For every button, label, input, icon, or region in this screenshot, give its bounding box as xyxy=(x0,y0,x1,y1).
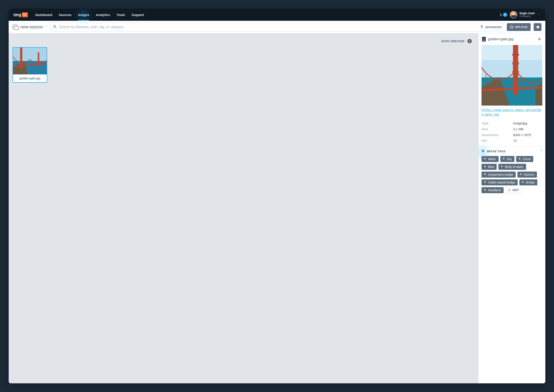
details-hero-image xyxy=(482,45,542,105)
nav-item-dashboard[interactable]: Dashboard xyxy=(35,9,52,21)
search-icon xyxy=(53,25,56,29)
topbar-right: 1 Imgix User Company ﹀ xyxy=(500,11,540,18)
tag[interactable]: Body of water xyxy=(498,164,526,170)
content: DATE CREATED gold xyxy=(9,33,545,383)
svg-point-0 xyxy=(54,25,56,27)
meta-key: DPI xyxy=(482,139,513,143)
grid-sort[interactable]: DATE CREATED xyxy=(13,37,473,47)
settings-button[interactable] xyxy=(534,23,541,31)
tag-label: Cable-stayed bridge xyxy=(488,181,515,184)
search-wrap: ADVANCED xyxy=(51,23,504,31)
tag-label: Cloud xyxy=(523,157,531,161)
tag-icon xyxy=(519,173,522,176)
nav-item-label: Images xyxy=(78,13,89,17)
tag-icon xyxy=(484,157,486,161)
tag-label: Blue xyxy=(488,165,494,168)
bolt-icon xyxy=(503,13,507,17)
tag[interactable]: Cable-stayed bridge xyxy=(482,179,518,185)
brand-logo-box: IX xyxy=(22,12,28,17)
tag-icon xyxy=(484,165,486,168)
tag-icon xyxy=(501,165,503,168)
search-input[interactable] xyxy=(51,23,504,31)
grid-area: DATE CREATED gold xyxy=(9,33,478,383)
tag[interactable]: Bridge xyxy=(519,179,537,185)
tag-icon xyxy=(484,173,486,176)
nav-item-support[interactable]: Support xyxy=(132,9,144,21)
svg-rect-13 xyxy=(513,45,518,95)
chevron-up-icon: ˄ xyxy=(541,150,542,153)
file-icon xyxy=(482,37,486,42)
image-tags-title: IMAGE TAGS xyxy=(487,150,505,153)
user-name: Imgix User xyxy=(519,12,535,15)
topbar: imgIX Dashboard Sources Images Analytics… xyxy=(9,9,545,21)
filter-icon xyxy=(480,26,483,28)
details-header: golden-gate.jpg ✕ xyxy=(478,33,545,45)
tag-label: Horizon xyxy=(524,173,534,176)
meta-row: Dimensions 6000 × 3375 xyxy=(482,132,542,138)
close-button[interactable]: ✕ xyxy=(537,36,542,42)
image-filename: golden-gate.jpg xyxy=(13,74,47,82)
tag[interactable]: Water xyxy=(482,156,499,162)
meta-row: Type image/jpg xyxy=(482,120,542,126)
meta-value: 6000 × 3375 xyxy=(513,133,542,137)
toolbar: new-source ﹀ ADVANCED UPLOAD xyxy=(9,21,545,33)
image-tags-section: IMAGE TAGS ˄ WaterSkyCloudBlueBody of wa… xyxy=(478,147,545,196)
image-card[interactable]: golden-gate.jpg xyxy=(13,47,47,83)
tag[interactable]: Headland xyxy=(482,187,504,193)
nav-item-images[interactable]: Images xyxy=(78,9,89,21)
tag-label: Water xyxy=(488,157,496,161)
tag-icon xyxy=(484,181,486,184)
advanced-search-button[interactable]: ADVANCED xyxy=(480,25,502,28)
edit-tags-button[interactable]: EDIT xyxy=(505,187,522,193)
edit-label: EDIT xyxy=(512,189,519,192)
meta-key: Size xyxy=(482,127,513,131)
main-nav: Dashboard Sources Images Analytics Tools… xyxy=(35,9,144,21)
source-name: new-source xyxy=(20,24,43,29)
user-menu[interactable]: Imgix User Company ﹀ xyxy=(510,11,540,18)
avatar xyxy=(510,11,517,18)
meta-value: image/jpg xyxy=(513,121,542,125)
tag[interactable]: Blue xyxy=(482,164,497,170)
user-company: Company xyxy=(519,15,535,18)
meta-value: 3.1 MB xyxy=(513,127,542,131)
chevron-down-icon: ﹀ xyxy=(45,25,48,29)
tag-icon xyxy=(503,157,505,161)
meta-row: DPI 72 xyxy=(482,138,542,144)
upload-icon xyxy=(510,25,513,29)
sort-direction-icon xyxy=(467,39,472,43)
meta-table: Type image/jpg Size 3.1 MB Dimensions 60… xyxy=(478,119,545,147)
nav-item-sources[interactable]: Sources xyxy=(59,9,71,21)
image-tags-header[interactable]: IMAGE TAGS ˄ xyxy=(482,149,542,153)
tag[interactable]: Sky xyxy=(500,156,514,162)
app-window: imgIX Dashboard Sources Images Analytics… xyxy=(9,9,545,383)
tag-label: Suspension bridge xyxy=(488,173,513,176)
upload-button[interactable]: UPLOAD xyxy=(507,23,531,31)
tag-icon xyxy=(482,149,485,153)
tag-label: Sky xyxy=(507,157,512,161)
notification-count: 1 xyxy=(500,13,502,16)
user-meta: Imgix User Company xyxy=(519,12,535,18)
chevron-down-icon: ﹀ xyxy=(538,13,540,17)
notifications[interactable]: 1 xyxy=(500,13,507,17)
source-selector[interactable]: new-source ﹀ xyxy=(13,24,48,29)
gear-icon xyxy=(536,25,540,29)
tag[interactable]: Horizon xyxy=(517,172,537,178)
meta-value: 72 xyxy=(513,139,542,143)
tag-label: Bridge xyxy=(526,181,534,184)
upload-label: UPLOAD xyxy=(515,25,528,28)
tags-wrap: WaterSkyCloudBlueBody of waterSuspension… xyxy=(482,156,542,193)
svg-rect-14 xyxy=(512,54,519,56)
details-filename: golden-gate.jpg xyxy=(488,37,535,41)
tag-icon xyxy=(522,181,524,184)
nav-item-tools[interactable]: Tools xyxy=(117,9,125,21)
svg-line-1 xyxy=(56,27,56,28)
meta-row: Size 3.1 MB xyxy=(482,126,542,132)
gallery-icon xyxy=(13,25,18,29)
tag[interactable]: Cloud xyxy=(516,156,533,162)
tag-label: Body of water xyxy=(505,165,524,168)
nav-item-analytics[interactable]: Analytics xyxy=(96,9,110,21)
image-url-link[interactable]: https://new-source.imgix.net/golden-gate… xyxy=(482,108,542,117)
tag[interactable]: Suspension bridge xyxy=(482,172,516,178)
brand-logo[interactable]: imgIX xyxy=(14,12,28,17)
brand-logo-text: img xyxy=(14,12,21,17)
